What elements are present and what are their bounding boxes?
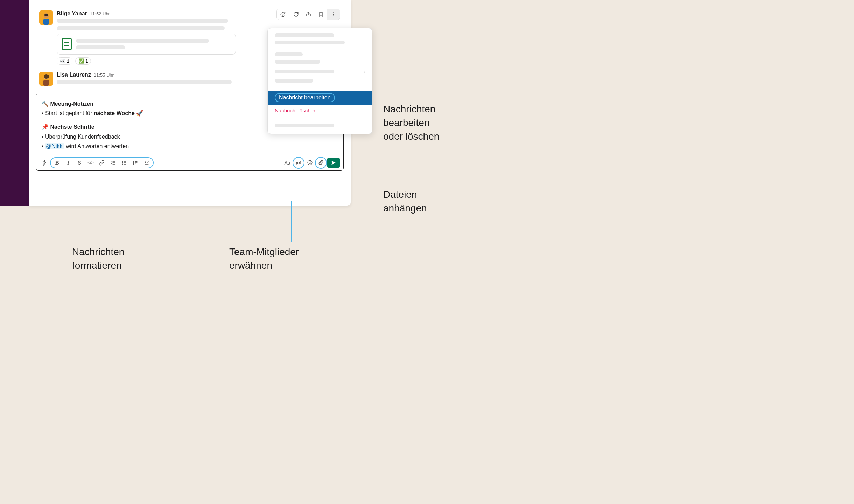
author-name[interactable]: Bilge Yanar — [57, 10, 87, 17]
timestamp: 11:52 Uhr — [90, 11, 110, 16]
mention-icon[interactable]: @ — [294, 158, 303, 168]
bullet-list-icon[interactable] — [119, 158, 129, 168]
text-placeholder — [76, 46, 125, 49]
message-actions-dropdown: › Nachricht bearbeiten Nachricht löschen — [267, 28, 372, 134]
callout-connector — [113, 201, 113, 242]
italic-icon[interactable]: I — [63, 158, 73, 168]
svg-point-16 — [310, 162, 311, 162]
reaction-eyes[interactable]: 👀1 — [57, 57, 72, 65]
mention[interactable]: @Nikki — [45, 143, 64, 149]
svg-rect-10 — [43, 80, 49, 86]
callout-attach: Dateienanhängen — [383, 188, 427, 215]
dropdown-edit-message[interactable]: Nachricht bearbeiten — [268, 91, 372, 105]
timestamp: 11:55 Uhr — [94, 72, 114, 78]
emoji-icon[interactable] — [305, 158, 315, 168]
ordered-list-icon[interactable] — [108, 158, 118, 168]
code-block-icon[interactable] — [142, 158, 152, 168]
text-placeholder — [57, 26, 225, 30]
callout-connector — [291, 201, 292, 242]
text-placeholder — [57, 80, 232, 84]
author-name[interactable]: Lisa Laurenz — [57, 72, 91, 78]
callout-mention: Team-Mitgliedererwähnen — [229, 245, 299, 272]
svg-point-13 — [122, 164, 123, 164]
composer-toolbar: B I S </> A — [36, 156, 343, 170]
attachment[interactable] — [57, 34, 236, 55]
text-placeholder — [57, 19, 228, 23]
dropdown-item[interactable]: › — [268, 67, 372, 76]
workspace-sidebar — [0, 0, 29, 206]
quote-icon[interactable] — [131, 158, 140, 168]
callout-format: Nachrichtenformatieren — [72, 245, 124, 272]
document-icon — [62, 38, 72, 50]
format-toggle-icon[interactable]: Aa — [282, 158, 292, 168]
text-placeholder — [76, 39, 209, 43]
bold-icon[interactable]: B — [52, 158, 62, 168]
svg-rect-7 — [43, 19, 49, 24]
callout-edit-delete: Nachrichtenbearbeitenoder löschen — [383, 102, 439, 144]
code-icon[interactable]: </> — [86, 158, 96, 168]
strikethrough-icon[interactable]: S — [75, 158, 84, 168]
svg-point-12 — [122, 162, 123, 163]
reaction-check[interactable]: ✅1 — [75, 57, 91, 65]
link-icon[interactable] — [97, 158, 107, 168]
shortcuts-icon[interactable] — [40, 158, 49, 168]
send-button[interactable] — [327, 158, 340, 168]
chat-panel: Bilge Yanar 11:52 Uhr 👀1 ✅1 — [29, 0, 351, 206]
svg-point-14 — [308, 161, 312, 165]
attach-icon[interactable] — [316, 158, 326, 168]
avatar[interactable] — [39, 72, 53, 86]
callout-connector — [341, 195, 379, 195]
svg-point-11 — [122, 161, 123, 162]
svg-rect-8 — [44, 14, 48, 16]
dropdown-delete-message[interactable]: Nachricht löschen — [268, 105, 372, 116]
svg-point-15 — [309, 162, 309, 162]
avatar[interactable] — [39, 10, 53, 24]
